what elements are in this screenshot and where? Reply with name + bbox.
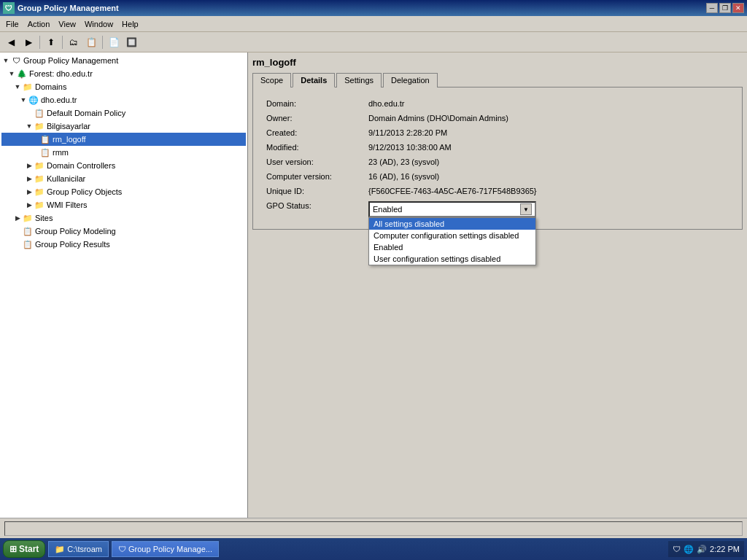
- expand-forest[interactable]: ▼: [7, 70, 16, 77]
- tree-forest[interactable]: ▼ 🌲 Forest: dho.edu.tr: [1, 67, 246, 80]
- tree-gp-results[interactable]: 📋 Group Policy Results: [1, 238, 246, 251]
- tree-gpo-obj-label: Group Policy Objects: [47, 187, 122, 196]
- tree-default-domain-policy[interactable]: 📋 Default Domain Policy: [1, 106, 246, 120]
- tree-ddp-label: Default Domain Policy: [47, 109, 125, 117]
- right-panel: rm_logoff Scope Details Settings Delegat…: [248, 52, 747, 518]
- view-button[interactable]: 📄: [106, 34, 122, 50]
- gpo-status-cell: Enabled ▼ All settings disabled Computer…: [364, 198, 733, 220]
- label-owner: Owner:: [262, 111, 364, 125]
- dropdown-list: All settings disabled Computer configura…: [368, 217, 536, 265]
- minimize-button[interactable]: ─: [706, 3, 718, 13]
- grid-button[interactable]: 🔲: [123, 34, 139, 50]
- toolbar-separator-3: [102, 36, 103, 49]
- forward-button[interactable]: ▶: [20, 34, 36, 50]
- dropdown-option-all-disabled[interactable]: All settings disabled: [369, 218, 535, 230]
- tray-icon-network: 🌐: [684, 545, 694, 554]
- value-user-version: 23 (AD), 23 (sysvol): [364, 155, 733, 169]
- menu-view[interactable]: View: [54, 18, 80, 30]
- folder-icon-kull: 📁: [34, 173, 45, 184]
- tab-settings[interactable]: Settings: [336, 73, 382, 88]
- expand-gpo-obj[interactable]: ▶: [25, 188, 34, 195]
- dropdown-option-computer-disabled[interactable]: Computer configuration settings disabled: [369, 230, 535, 241]
- expand-root[interactable]: ▼: [1, 57, 10, 64]
- tab-delegation[interactable]: Delegation: [383, 73, 438, 88]
- tree-kullanicilar[interactable]: ▶ 📁 Kullanicilar: [1, 172, 246, 185]
- row-modified: Modified: 9/12/2013 10:38:00 AM: [262, 140, 733, 155]
- menu-bar: File Action View Window Help: [0, 16, 747, 32]
- close-button[interactable]: ✕: [732, 3, 744, 13]
- tree-kull-label: Kullanicilar: [47, 174, 85, 183]
- tree-gpo-objects[interactable]: ▶ 📁 Group Policy Objects: [1, 185, 246, 198]
- show-hide-tree[interactable]: 🗂: [66, 34, 82, 50]
- tab-bar: Scope Details Settings Delegation: [252, 72, 743, 87]
- tree-root-label: Group Policy Management: [23, 56, 118, 65]
- taskbar-item-tsroam-icon: 📁: [55, 545, 65, 554]
- folder-icon-sites: 📁: [22, 212, 34, 224]
- folder-icon-gp-modeling: 📋: [22, 225, 34, 237]
- tree-root[interactable]: ▼ 🛡 Group Policy Management: [1, 54, 246, 67]
- title-bar: 🛡 Group Policy Management ─ ❐ ✕: [0, 0, 747, 16]
- start-button[interactable]: ⊞ Start: [3, 540, 45, 558]
- row-gpo-status: GPO Status: Enabled ▼ All settings disab…: [262, 198, 733, 220]
- tree-domains[interactable]: ▼ 📁 Domains: [1, 80, 246, 93]
- folder-icon-gp-results: 📋: [22, 238, 34, 250]
- taskbar-item-tsroam[interactable]: 📁 C:\tsroam: [48, 541, 109, 557]
- label-computer-version: Computer version:: [262, 169, 364, 184]
- tree-wmi-label: WMI Filters: [47, 201, 88, 209]
- tree-wmi-filters[interactable]: ▶ 📁 WMI Filters: [1, 198, 246, 211]
- expand-domains[interactable]: ▼: [13, 83, 22, 90]
- tree-rmm-label: rmm: [53, 148, 69, 157]
- system-tray: 🛡 🌐 🔊 2:22 PM: [668, 541, 744, 557]
- toolbar-separator-1: [39, 36, 40, 49]
- dropdown-option-user-disabled[interactable]: User configuration settings disabled: [369, 253, 535, 265]
- taskbar-item-gpm-icon: 🛡: [118, 545, 126, 553]
- tree-dho-edu-tr[interactable]: ▼ 🌐 dho.edu.tr: [1, 93, 246, 106]
- row-unique-id: Unique ID: {F560CFEE-7463-4A5C-AE76-717F…: [262, 184, 733, 198]
- expand-dho[interactable]: ▼: [19, 96, 28, 104]
- menu-help[interactable]: Help: [117, 18, 143, 30]
- value-owner: Domain Admins (DHO\Domain Admins): [364, 111, 733, 125]
- tree-dho-label: dho.edu.tr: [41, 96, 77, 104]
- expand-kull[interactable]: ▶: [25, 175, 34, 182]
- menu-file[interactable]: File: [1, 18, 23, 30]
- expand-wmi[interactable]: ▶: [25, 201, 34, 209]
- expand-sites[interactable]: ▶: [13, 214, 22, 222]
- taskbar-item-gpm-label: Group Policy Manage...: [128, 545, 212, 553]
- folder-icon-bilg: 📁: [34, 120, 45, 132]
- tree-sites[interactable]: ▶ 📁 Sites: [1, 211, 246, 225]
- gpo-icon-ddp: 📋: [34, 107, 45, 119]
- back-button[interactable]: ◀: [3, 34, 19, 50]
- gpo-status-dropdown[interactable]: Enabled ▼: [368, 201, 536, 217]
- taskbar-item-gpm[interactable]: 🛡 Group Policy Manage...: [112, 541, 219, 557]
- menu-window[interactable]: Window: [80, 18, 117, 30]
- folder-icon-wmi: 📁: [34, 199, 45, 211]
- row-computer-version: Computer version: 16 (AD), 16 (sysvol): [262, 169, 733, 184]
- menu-action[interactable]: Action: [23, 18, 55, 30]
- dropdown-option-enabled[interactable]: Enabled: [369, 241, 535, 253]
- restore-button[interactable]: ❐: [719, 3, 731, 13]
- tree-rmm[interactable]: 📋 rmm: [1, 146, 246, 159]
- tree-rm-logoff[interactable]: 📋 rm_logoff: [1, 133, 246, 146]
- gpo-status-dropdown-wrapper: Enabled ▼ All settings disabled Computer…: [368, 201, 536, 217]
- gpo-icon-rmm: 📋: [39, 147, 51, 158]
- domains-icon: 📁: [22, 81, 34, 93]
- taskbar-right: 🛡 🌐 🔊 2:22 PM: [668, 541, 744, 557]
- tree-bilgisayarlar[interactable]: ▼ 📁 Bilgisayarlar: [1, 120, 246, 133]
- tree-gp-modeling[interactable]: 📋 Group Policy Modeling: [1, 225, 246, 238]
- row-user-version: User version: 23 (AD), 23 (sysvol): [262, 155, 733, 169]
- up-button[interactable]: ⬆: [43, 34, 59, 50]
- row-created: Created: 9/11/2013 2:28:20 PM: [262, 125, 733, 140]
- tree-domain-controllers[interactable]: ▶ 📁 Domain Controllers: [1, 159, 246, 172]
- expand-bilg[interactable]: ▼: [25, 122, 34, 130]
- tray-icon-speaker: 🔊: [697, 545, 707, 554]
- expand-dc[interactable]: ▶: [25, 162, 34, 169]
- tab-scope[interactable]: Scope: [252, 73, 291, 88]
- row-owner: Owner: Domain Admins (DHO\Domain Admins): [262, 111, 733, 125]
- row-domain: Domain: dho.edu.tr: [262, 96, 733, 111]
- tab-details[interactable]: Details: [293, 73, 335, 88]
- toolbar: ◀ ▶ ⬆ 🗂 📋 📄 🔲: [0, 32, 747, 52]
- properties-button[interactable]: 📋: [83, 34, 99, 50]
- tree-forest-label: Forest: dho.edu.tr: [29, 69, 93, 78]
- dropdown-arrow-icon[interactable]: ▼: [520, 203, 532, 215]
- details-table: Domain: dho.edu.tr Owner: Domain Admins …: [262, 96, 733, 220]
